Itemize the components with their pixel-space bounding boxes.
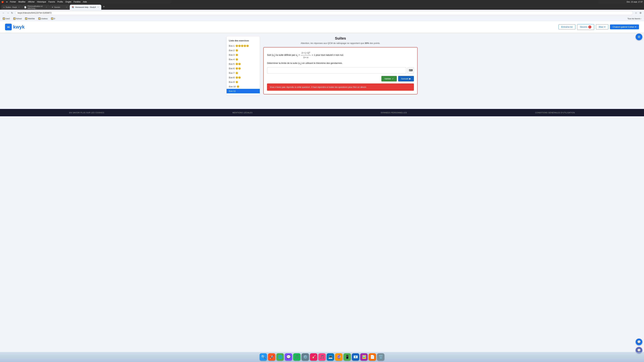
dock-garageband[interactable]: 🎸	[310, 353, 317, 361]
sidebar-item-exo2[interactable]: Exo 2 😊	[226, 48, 260, 53]
floating-help-icon: 💬	[637, 349, 641, 352]
dock-ai[interactable]: 🔮	[335, 353, 342, 361]
chevron-right-icon: ›	[641, 17, 641, 19]
tab-favicon-3: ✦	[52, 6, 53, 8]
bookmark-useless-icon: 📁	[38, 17, 40, 20]
tab-close-4[interactable]: ✕	[97, 6, 99, 8]
apple-icon[interactable]: 🍎	[1, 1, 4, 3]
footer-conditions[interactable]: CONDITIONS GÉNÉRALES D'UTILISATION	[535, 112, 575, 114]
dock-chrome[interactable]: 🌐	[276, 353, 284, 361]
tabbar: ∞ Suites - Kwyk ✕ 📄 Prévisualisation et …	[0, 4, 644, 10]
exo7-label: Exo 7	[229, 72, 234, 74]
new-tab-button[interactable]: +	[102, 5, 106, 8]
tab-preview[interactable]: 📄 Prévisualisation et télécharg... ✕	[22, 5, 50, 10]
menu-profils[interactable]: Profils	[57, 1, 63, 3]
bookmark-d-icon: 📁	[51, 17, 53, 20]
menu-afficher[interactable]: Afficher	[28, 1, 34, 3]
tab-close-1[interactable]: ✕	[18, 6, 20, 8]
dock-mail[interactable]: 📧	[352, 353, 359, 361]
dock-preview[interactable]: 🖼️	[360, 353, 368, 361]
dock-whatsapp[interactable]: 📱	[344, 353, 351, 361]
bookmark-useless[interactable]: 📁 Useless	[37, 17, 49, 20]
menu-onglet[interactable]: Onglet	[65, 1, 71, 3]
sidebar-item-exo3[interactable]: Exo 3 😊	[226, 53, 260, 57]
page-footer: EN SAVOIR PLUS SUR LES COOKIES MENTIONS …	[0, 109, 644, 116]
extensions-button[interactable]: ⚙	[639, 11, 642, 14]
footer-cookies[interactable]: EN SAVOIR PLUS SUR LES COOKIES	[69, 112, 104, 114]
dock-discord[interactable]: 💬	[285, 353, 292, 361]
suivant-button[interactable]: Suivant ▶	[398, 76, 414, 81]
bookmark-d[interactable]: 📁 D	[50, 17, 56, 20]
page-body: Liste des exercices Exo 1 😊😊😊😊😊 Exo 2 😊 …	[221, 33, 422, 99]
sidebar-item-exo9[interactable]: Exo 9 😊	[226, 80, 260, 84]
sidebar-item-exo11[interactable]: Exo 11	[226, 89, 260, 93]
answer-row: ⌨	[267, 67, 414, 73]
devoirs-button[interactable]: Devoirs 1	[577, 24, 594, 30]
menu-historique[interactable]: Historique	[37, 1, 46, 3]
refresh-button[interactable]: ↻	[10, 11, 14, 14]
user-dropdown: Chalom-gabriel Cohen ▾	[613, 26, 636, 28]
address-input[interactable]	[15, 11, 633, 15]
sidebar-item-exo5[interactable]: Exo 5 😊😊	[226, 62, 260, 66]
dock-finder[interactable]: 🔍	[260, 353, 267, 361]
tab-close-2[interactable]: ✕	[45, 6, 48, 8]
tab-homework[interactable]: 📚 Homework Help - StudyX ✕	[70, 5, 101, 10]
footer-mentions[interactable]: MENTIONS LÉGALES	[232, 112, 252, 114]
kwyk-logo-text: kwyk	[13, 24, 25, 30]
sidebar-item-exo10[interactable]: Exo 10 😊	[226, 84, 260, 89]
menu-modifier[interactable]: Modifier	[18, 1, 26, 3]
dock-vscode[interactable]: 💻	[327, 353, 334, 361]
valider-button[interactable]: Valider ✓	[381, 76, 397, 81]
exo1-label: Exo 1	[229, 44, 234, 47]
footer-donnees[interactable]: DONNÉES PERSONNELLES	[381, 112, 407, 114]
sidebar-item-exo4[interactable]: Exo 4 😊	[226, 57, 260, 62]
sidebar-item-exo1[interactable]: Exo 1 😊😊😊😊😊	[226, 43, 260, 48]
entraine-toi-button[interactable]: Entraîne-toi	[558, 24, 576, 29]
answer-input[interactable]	[267, 67, 406, 73]
menu-favoris[interactable]: Favoris	[48, 1, 55, 3]
dock-music[interactable]: 🎵	[318, 353, 326, 361]
sidebar-item-exo7[interactable]: Exo 7 😊	[226, 71, 260, 75]
dock-settings[interactable]: ⚙️	[302, 353, 309, 361]
bookmark-website[interactable]: 📁 WebSite	[24, 17, 36, 20]
dock-launchpad[interactable]: 🚀	[268, 353, 276, 361]
exo8-label: Exo 8	[229, 76, 234, 79]
dock-trash[interactable]: 🗑️	[377, 353, 384, 361]
exo5-label: Exo 5	[229, 63, 234, 65]
bilan-button[interactable]: Bilan ▾	[596, 24, 608, 29]
tab-close-3[interactable]: ✕	[66, 6, 68, 8]
bookmark-school[interactable]: 📁 School	[12, 17, 23, 20]
exercise-page-title: Suites	[263, 36, 418, 40]
forward-button[interactable]: →	[6, 11, 10, 14]
fraction-numerator: 2 × (−1)n	[301, 51, 311, 55]
user-button[interactable]: Chalom-gabriel Cohen ▾	[610, 24, 639, 29]
exo2-label: Exo 2	[229, 49, 234, 52]
keyboard-button[interactable]: ⌨	[408, 67, 414, 73]
kwyk-logo-icon: ∞	[5, 24, 12, 30]
fraction-denominator: 3 × n	[303, 55, 309, 59]
dock-spotify[interactable]: 🎵	[293, 353, 300, 361]
all-favorites[interactable]: Tous les favoris ›	[626, 17, 642, 20]
exercise-question: Déterminer la limite de la suite (un) en…	[267, 62, 414, 65]
tab-gemini[interactable]: ✦ Gemini ✕	[50, 5, 70, 10]
tab-suites-kwyk[interactable]: ∞ Suites - Kwyk ✕	[1, 5, 22, 10]
floating-chat-button[interactable]: 💬	[636, 339, 642, 345]
mac-dock: 🔍 🚀 🌐 💬 🎵 ⚙️ 🎸 🎵 💻 🔮 📱 📧 🖼️ 📄 🗑️	[0, 352, 644, 362]
suivant-label: Suivant	[401, 77, 408, 80]
problem-suffix: + 1 pour tout naturel n non nul.	[312, 54, 344, 56]
menu-aide[interactable]: Aide	[83, 1, 87, 3]
floating-settings-button[interactable]: ⚙	[636, 33, 642, 40]
exo9-emojis: 😊	[236, 81, 238, 83]
bookmark-button[interactable]: ☆	[634, 11, 638, 14]
back-button[interactable]: ←	[2, 11, 5, 14]
exercise-problem: Soit (un) la suite définie par un = 2 × …	[267, 51, 414, 59]
bookmark-use2[interactable]: 📁 Use2	[2, 17, 11, 20]
sidebar: Liste des exercices Exo 1 😊😊😊😊😊 Exo 2 😊 …	[226, 36, 260, 95]
main-content: ∞ kwyk Entraîne-toi Devoirs 1 Bilan ▾ Ch…	[0, 21, 644, 362]
menu-fenetre[interactable]: Fenêtre	[74, 1, 80, 3]
sidebar-item-exo8[interactable]: Exo 8 😊😊	[226, 75, 260, 80]
sidebar-item-exo6[interactable]: Exo 6 😊😊	[226, 66, 260, 71]
dock-pages[interactable]: 📄	[368, 353, 376, 361]
menu-fichier[interactable]: Fichier	[10, 1, 16, 3]
kwyk-logo[interactable]: ∞ kwyk	[5, 24, 25, 30]
